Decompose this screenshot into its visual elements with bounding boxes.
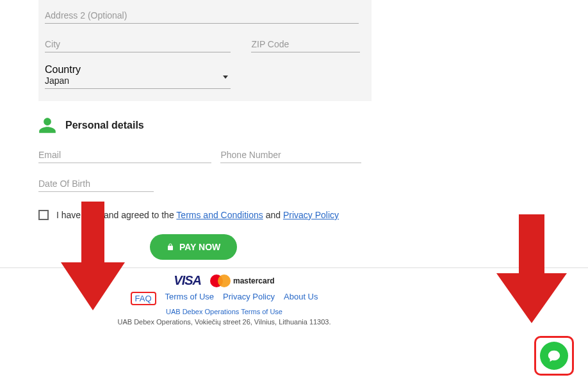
zip-field[interactable]: ZIP Code xyxy=(251,35,360,52)
billing-section: Address 2 (Optional) City ZIP Code Count… xyxy=(38,0,372,101)
personal-section: Personal details Email Phone Number Date… xyxy=(38,101,372,260)
faq-highlight-box: FAQ xyxy=(131,292,156,305)
email-input[interactable] xyxy=(38,146,211,163)
chevron-down-icon xyxy=(223,76,228,79)
personal-heading: Personal details xyxy=(65,120,144,131)
city-field[interactable]: City xyxy=(45,35,231,52)
terms-link[interactable]: Terms and Conditions xyxy=(176,210,263,220)
phone-field[interactable]: Phone Number xyxy=(220,146,361,163)
footer-sub-terms: UAB Debex Operations Terms of Use xyxy=(38,308,410,315)
footer-privacy-link[interactable]: Privacy Policy xyxy=(223,292,275,305)
country-label: Country xyxy=(45,64,81,75)
card-logos: VISA mastercard xyxy=(38,273,410,288)
chat-button[interactable] xyxy=(540,342,568,370)
email-field[interactable]: Email xyxy=(38,146,211,163)
debex-terms-link[interactable]: UAB Debex Operations Terms of Use xyxy=(166,308,282,315)
chat-highlight-box xyxy=(534,336,574,376)
zip-input[interactable] xyxy=(251,35,360,52)
consent-text: I have read and agreed to the Terms and … xyxy=(56,210,339,220)
footer-about-link[interactable]: About Us xyxy=(284,292,318,305)
phone-input[interactable] xyxy=(220,146,361,163)
address2-input[interactable] xyxy=(45,6,359,24)
dob-field[interactable]: Date Of Birth xyxy=(38,175,154,192)
visa-logo: VISA xyxy=(174,273,201,288)
footer-address: UAB Debex Operations, Vokiečių street 26… xyxy=(38,318,410,326)
country-value[interactable]: Japan xyxy=(45,76,231,89)
lock-icon xyxy=(167,243,174,251)
city-input[interactable] xyxy=(45,35,231,52)
person-icon xyxy=(38,116,56,134)
mastercard-text: mastercard xyxy=(233,276,275,285)
consent-prefix: I have read and agreed to the xyxy=(56,210,176,220)
footer-terms-link[interactable]: Terms of Use xyxy=(165,292,215,305)
pay-now-label: PAY NOW xyxy=(179,242,220,252)
annotation-arrow-chat xyxy=(496,214,567,323)
faq-link[interactable]: FAQ xyxy=(135,294,152,303)
chat-icon xyxy=(547,349,561,363)
consent-row: I have read and agreed to the Terms and … xyxy=(38,210,372,220)
consent-mid: and xyxy=(263,210,283,220)
footer-links: FAQ Terms of Use Privacy Policy About Us xyxy=(38,292,410,305)
consent-checkbox[interactable] xyxy=(38,210,49,220)
mastercard-icon xyxy=(210,275,231,287)
country-select[interactable]: Country Japan xyxy=(45,64,231,89)
address2-field[interactable]: Address 2 (Optional) xyxy=(45,6,359,24)
dob-input[interactable] xyxy=(38,175,154,192)
pay-now-button[interactable]: PAY NOW xyxy=(150,234,237,260)
footer: VISA mastercard FAQ Terms of Use Privacy… xyxy=(38,273,410,326)
mastercard-logo: mastercard xyxy=(210,275,275,287)
footer-divider xyxy=(0,267,588,268)
privacy-link[interactable]: Privacy Policy xyxy=(283,210,339,220)
personal-heading-row: Personal details xyxy=(38,116,372,134)
